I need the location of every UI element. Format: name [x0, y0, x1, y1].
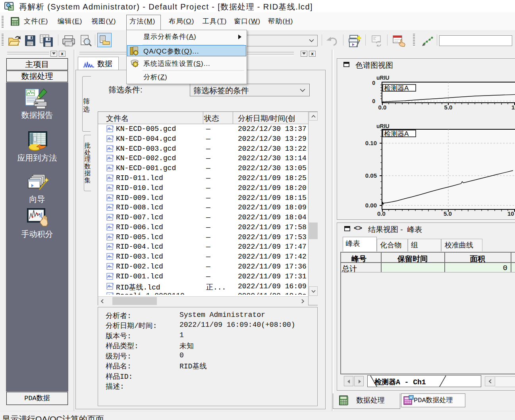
svg-text:10: 10 [511, 104, 515, 111]
svg-text:检测器A: 检测器A [384, 130, 409, 138]
svg-text:uRIU: uRIU [376, 75, 390, 81]
svg-text:0.10: 0.10 [365, 140, 377, 146]
svg-text:0: 0 [372, 80, 375, 86]
svg-text:检测器A: 检测器A [384, 84, 409, 92]
svg-text:0.0: 0.0 [378, 104, 387, 111]
svg-text:0.00: 0.00 [365, 202, 377, 209]
svg-text:uRIU: uRIU [376, 123, 390, 129]
svg-text:0: 0 [372, 98, 375, 104]
svg-text:5.0: 5.0 [444, 104, 453, 111]
svg-text:0.05: 0.05 [365, 172, 377, 179]
